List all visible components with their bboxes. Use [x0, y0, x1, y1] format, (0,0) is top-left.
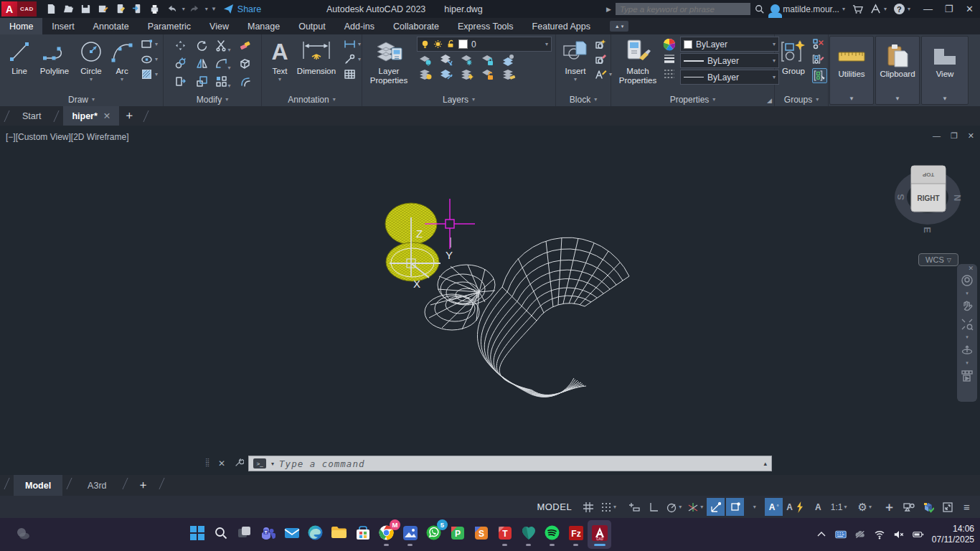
tab-home[interactable]: Home: [0, 18, 42, 34]
edit-attributes-button[interactable]: ▾: [595, 68, 612, 80]
mail-icon[interactable]: [280, 520, 303, 549]
tab-addins[interactable]: Add-ins: [335, 18, 384, 34]
help-menu[interactable]: ?▾: [894, 4, 910, 14]
grid-toggle[interactable]: [579, 498, 597, 516]
keyboard-layout-icon[interactable]: [835, 529, 847, 540]
linetype-dropdown[interactable]: ByLayer▾: [680, 70, 779, 85]
offset-button[interactable]: [239, 75, 251, 90]
tab-parametric[interactable]: Parametric: [138, 18, 200, 34]
ortho-toggle[interactable]: [644, 498, 662, 516]
tab-insert[interactable]: Insert: [42, 18, 83, 34]
rotate-button[interactable]: [196, 39, 208, 55]
new-layout-button[interactable]: ＋: [138, 478, 149, 493]
isodraft-caret-icon[interactable]: ▾: [700, 504, 703, 510]
search-input[interactable]: [616, 3, 750, 15]
pan-button[interactable]: [961, 300, 974, 313]
stretch-button[interactable]: [174, 75, 187, 90]
file-tab-start[interactable]: Start: [14, 106, 50, 126]
tab-manage[interactable]: Manage: [238, 18, 289, 34]
viewcube-north-label[interactable]: N: [952, 194, 963, 201]
layer-unlock-all-button[interactable]: [481, 68, 495, 80]
annotation-visibility-toggle[interactable]: A°: [765, 498, 783, 516]
command-history-icon[interactable]: ▴: [763, 460, 767, 467]
onedrive-offline-icon[interactable]: [854, 529, 866, 540]
command-grip-handle[interactable]: ⠿⠿: [205, 460, 214, 467]
annotation-autoscale-toggle[interactable]: A: [784, 498, 808, 516]
viewcube-south-label[interactable]: S: [895, 194, 906, 200]
command-prompt-icon[interactable]: >_: [253, 458, 266, 468]
save-as-button[interactable]: [95, 1, 111, 17]
layer-isolate-button[interactable]: [418, 54, 433, 66]
save-button[interactable]: [78, 1, 94, 17]
snap-toggle[interactable]: ▾: [598, 498, 618, 516]
task-view-button[interactable]: [232, 520, 256, 549]
wps-spreadsheet-icon[interactable]: S: [469, 520, 493, 549]
linear-dimension-button[interactable]: ▾: [344, 38, 361, 50]
account-menu[interactable]: matilde.mour...▾: [771, 4, 845, 14]
annotation-scale-value[interactable]: 1:1▾: [829, 498, 849, 516]
layer-select-dropdown[interactable]: 0 ▾: [417, 37, 552, 52]
layers-panel-label[interactable]: Layers▾: [362, 93, 555, 106]
trim-button[interactable]: ▾: [215, 39, 230, 55]
circle-button[interactable]: Circle ▾: [75, 37, 108, 93]
wcs-menu[interactable]: WCS▽: [918, 253, 958, 266]
copy-button[interactable]: [174, 57, 187, 72]
text-caret-icon[interactable]: ▾: [278, 76, 281, 83]
color-dropdown[interactable]: ByLayer▾: [680, 37, 779, 52]
whatsapp-icon[interactable]: 5: [422, 520, 446, 549]
line-button[interactable]: Line: [4, 37, 34, 93]
quick-properties-toggle[interactable]: [900, 498, 918, 516]
start-button[interactable]: [185, 520, 209, 549]
viewcube-right-label[interactable]: RIGHT: [917, 194, 939, 202]
modify-panel-label[interactable]: Modify▾: [164, 93, 261, 106]
osnap-caret[interactable]: ▾: [745, 498, 763, 516]
tab-express-tools[interactable]: Express Tools: [448, 18, 523, 34]
lineweight-dropdown[interactable]: ByLayer▾: [680, 53, 779, 68]
isometric-drafting-toggle[interactable]: ▾: [685, 498, 705, 516]
command-close-icon[interactable]: ✕: [218, 458, 225, 468]
drawing-area[interactable]: [−][Custom View][2D Wireframe] — ❐ ✕: [0, 126, 980, 475]
tab-featured-apps[interactable]: Featured Apps: [523, 18, 600, 34]
group-edit-button[interactable]: [812, 53, 827, 65]
layer-properties-button[interactable]: Layer Properties: [367, 37, 411, 93]
edit-block-button[interactable]: [595, 53, 612, 65]
minimize-button[interactable]: —: [918, 0, 938, 18]
restore-button[interactable]: ❐: [938, 0, 959, 18]
workspace-switching-button[interactable]: ⚙▾: [856, 498, 874, 516]
text-button[interactable]: A Text ▾: [266, 37, 293, 93]
layer-walk-button[interactable]: [501, 68, 516, 80]
insert-button[interactable]: Insert ▾: [560, 37, 590, 93]
viewcube-east-label[interactable]: E: [922, 227, 933, 233]
polar-caret-icon[interactable]: ▾: [679, 504, 682, 510]
command-input[interactable]: >_ ▾ Type a command ▴: [248, 456, 772, 471]
widgets-weather-icon[interactable]: [13, 524, 33, 544]
array-button[interactable]: ▾: [215, 75, 230, 90]
taskbar-clock[interactable]: 14:06 07/11/2025: [932, 524, 974, 545]
app-store-button[interactable]: [852, 4, 863, 14]
orbit-button[interactable]: [961, 344, 974, 357]
orbit-caret-icon[interactable]: ▾: [966, 362, 969, 364]
dimension-button[interactable]: Dimension: [293, 37, 339, 93]
viewcube-top-label[interactable]: TOP: [922, 171, 934, 178]
create-block-button[interactable]: [595, 38, 612, 50]
customization-menu-button[interactable]: ≡: [958, 498, 976, 516]
layer-unisolate-button[interactable]: [439, 54, 453, 66]
panel-view[interactable]: View ▼: [921, 36, 969, 105]
volume-muted-icon[interactable]: [893, 529, 905, 540]
viewcube[interactable]: S N E TOP RIGHT: [890, 153, 969, 246]
command-prompt-caret-icon[interactable]: ▾: [271, 461, 274, 467]
autodesk-apps-menu[interactable]: ▾: [870, 4, 887, 14]
object-color-icon[interactable]: [663, 38, 676, 51]
properties-panel-label[interactable]: Properties▾: [611, 93, 774, 106]
group-selection-toggle[interactable]: [812, 68, 827, 83]
layer-lock-button[interactable]: [481, 54, 495, 66]
match-properties-button[interactable]: Match Properties: [616, 37, 660, 93]
qat-customize-dropdown[interactable]: ▼: [211, 6, 217, 12]
app-menu-button[interactable]: A CAD: [0, 0, 37, 18]
publish-button[interactable]: [130, 1, 146, 17]
spotify-icon[interactable]: [540, 520, 564, 549]
snap-caret-icon[interactable]: ▾: [613, 504, 616, 510]
table-button[interactable]: [344, 68, 361, 80]
mirror-button[interactable]: [196, 57, 208, 72]
search-icon[interactable]: [755, 4, 765, 14]
